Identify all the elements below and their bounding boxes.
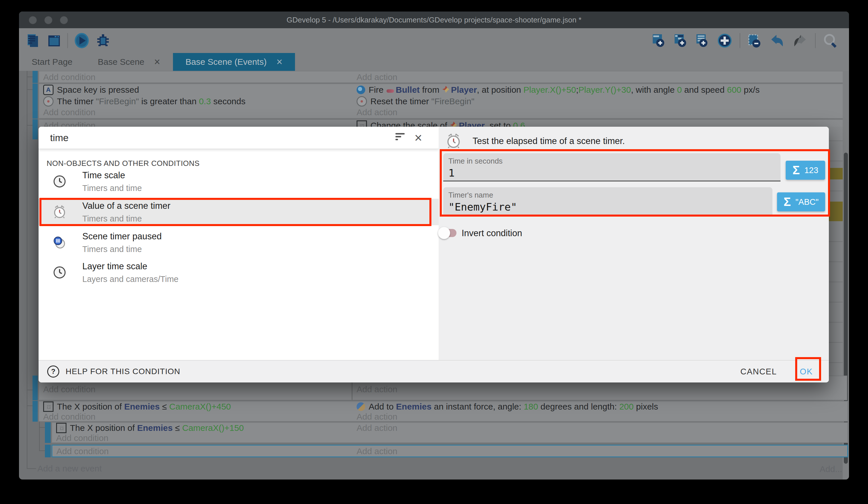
tab-label: Base Scene (Events) — [186, 57, 267, 67]
search-bar[interactable]: time × — [39, 127, 438, 149]
list-item-scene-timer-paused[interactable]: Scene timer paused Timers and time — [39, 228, 438, 258]
screenshot-stage: GDevelop 5 - /Users/dkarakay/Documents/G… — [0, 0, 868, 504]
add-action-button[interactable]: Add action — [353, 412, 847, 422]
debug-button[interactable] — [95, 33, 111, 48]
redo-icon[interactable] — [792, 32, 808, 49]
event-color-bar — [32, 71, 38, 83]
preview-window-button[interactable] — [46, 33, 62, 48]
fire-bullet-icon — [356, 85, 365, 94]
add-condition-button[interactable]: Add condition — [39, 107, 353, 118]
event-row: Add condition Add action — [32, 71, 847, 83]
actions-column: Add action — [353, 71, 848, 83]
search-icon[interactable] — [823, 32, 839, 49]
event-tree-line — [27, 71, 27, 469]
undo-icon[interactable] — [769, 32, 785, 49]
close-tab-icon[interactable]: × — [154, 57, 160, 67]
action-item[interactable]: Fire Bullet from Player, at position Pla… — [353, 84, 847, 95]
condition-text: Space key is pressed — [57, 85, 139, 95]
condition-item[interactable]: The X position of Enemies ≤ CameraX()+45… — [39, 402, 353, 412]
add-subevent-button[interactable] — [673, 33, 688, 48]
add-event-button[interactable] — [651, 33, 666, 48]
event-tree-connector — [27, 390, 32, 390]
timer-icon — [356, 96, 367, 107]
filter-icon[interactable] — [395, 133, 405, 142]
tab-start-page[interactable]: Start Page — [19, 53, 85, 71]
tab-base-scene-events[interactable]: Base Scene (Events) × — [173, 53, 295, 71]
event-tree-connector — [27, 77, 32, 77]
condition-text: The X position of Enemies ≤ CameraX()+45… — [57, 402, 231, 412]
action-item[interactable]: Add to Enemies an instant force, angle: … — [353, 402, 847, 412]
window-title: GDevelop 5 - /Users/dkarakay/Documents/G… — [19, 11, 849, 28]
add-action-button[interactable]: Add action — [353, 107, 847, 118]
toolbar-divider — [740, 33, 740, 48]
event-tree-connector — [27, 405, 32, 406]
cancel-button[interactable]: CANCEL — [740, 367, 777, 376]
list-item-time-scale[interactable]: Time scale Timers and time — [39, 166, 438, 197]
position-icon — [56, 423, 66, 433]
actions-column: Add action — [353, 445, 848, 457]
event-color-bar — [32, 401, 38, 422]
condition-text: The timer "FireBegin" is greater than 0.… — [57, 97, 246, 106]
annotation-rect-parameter-fields — [440, 149, 830, 216]
condition-item[interactable]: The X position of Enemies ≤ CameraX()+15… — [52, 423, 353, 433]
event-color-bar — [32, 83, 38, 119]
title-bar: GDevelop 5 - /Users/dkarakay/Documents/G… — [19, 11, 849, 28]
close-icon[interactable]: × — [414, 129, 422, 146]
tab-label: Base Scene — [98, 57, 144, 67]
add-condition-button[interactable]: Add condition — [52, 433, 353, 443]
help-button[interactable]: ? HELP FOR THIS CONDITION — [47, 361, 180, 382]
conditions-column: Add condition — [39, 71, 353, 83]
search-input[interactable]: time — [50, 127, 69, 149]
keyboard-key-icon — [43, 85, 53, 95]
add-condition-button[interactable]: Add condition — [39, 384, 351, 395]
annotation-rect-selected-condition — [39, 198, 431, 226]
toolbar-divider — [68, 33, 68, 48]
event-row: Space key is pressed The timer "FireBegi… — [32, 83, 847, 119]
tab-label: Start Page — [32, 57, 73, 67]
event-tree-connector — [27, 468, 36, 469]
sub-event-row-selected: Add condition Add action — [45, 445, 847, 457]
alarm-clock-icon — [446, 134, 461, 149]
list-item-subtitle: Layers and cameras/Time — [82, 274, 178, 284]
event-tree-connector — [27, 125, 32, 125]
remove-selection-button[interactable] — [747, 33, 762, 48]
add-action-button[interactable]: Add action — [353, 423, 847, 433]
condition-list-panel: time × NON-OBJECTS AND OTHER CONDITIONS … — [39, 127, 438, 361]
subevent-tree-connector — [39, 427, 45, 428]
invert-condition-toggle[interactable] — [440, 229, 456, 237]
conditions-column: The X position of Enemies ≤ CameraX()+45… — [39, 401, 353, 422]
add-more-button[interactable]: Add... — [820, 464, 842, 474]
list-item-title: Time scale — [82, 170, 142, 181]
subevent-tree-line — [39, 421, 40, 451]
add-action-button[interactable]: Add action — [353, 384, 847, 395]
conditions-column: Space key is pressed The timer "FireBegi… — [39, 83, 353, 119]
add-condition-button[interactable]: Add condition — [39, 412, 353, 422]
add-new-event-button[interactable]: Add a new event — [38, 464, 102, 473]
action-text: Fire Bullet from Player, at position Pla… — [369, 85, 760, 95]
play-button[interactable] — [74, 32, 90, 49]
tab-base-scene[interactable]: Base Scene × — [85, 53, 173, 71]
condition-item[interactable]: Space key is pressed — [39, 84, 353, 95]
actions-column: Fire Bullet from Player, at position Pla… — [353, 83, 848, 119]
clock-icon — [51, 175, 69, 188]
add-any-event-button[interactable] — [717, 32, 733, 49]
add-action-button[interactable]: Add action — [353, 71, 847, 83]
tab-bar: Start Page Base Scene × Base Scene (Even… — [19, 53, 849, 71]
event-tree-connector — [27, 89, 32, 90]
close-tab-icon[interactable]: × — [276, 57, 282, 67]
add-comment-button[interactable] — [695, 33, 710, 48]
add-condition-button[interactable]: Add condition — [52, 445, 353, 457]
action-text: Reset the timer "FireBegin" — [370, 97, 474, 106]
dialog-footer: ? HELP FOR THIS CONDITION CANCEL OK — [39, 360, 829, 382]
action-text: Add to Enemies an instant force, angle: … — [369, 402, 658, 412]
add-action-button[interactable]: Add action — [353, 445, 847, 457]
force-icon — [356, 402, 365, 411]
position-icon — [43, 402, 53, 412]
project-manager-button[interactable] — [26, 33, 41, 48]
list-item-layer-time-scale[interactable]: Layer time scale Layers and cameras/Time — [39, 258, 438, 288]
add-condition-button[interactable]: Add condition — [39, 71, 353, 83]
condition-item[interactable]: The timer "FireBegin" is greater than 0.… — [39, 95, 353, 107]
timer-icon — [43, 96, 53, 107]
action-item[interactable]: Reset the timer "FireBegin" — [353, 95, 847, 107]
list-item-title: Scene timer paused — [82, 231, 162, 242]
